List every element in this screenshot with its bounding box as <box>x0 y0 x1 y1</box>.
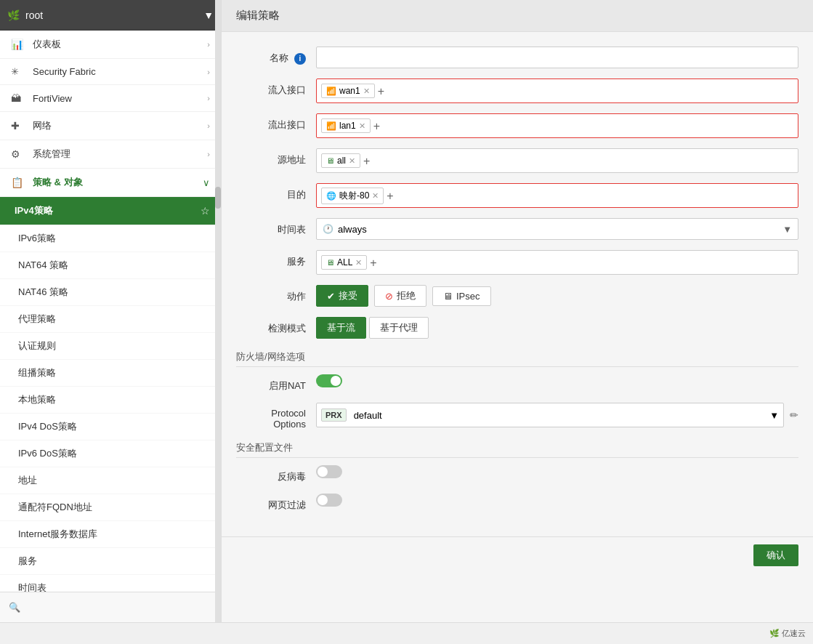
outbound-tag[interactable]: 📶 lan1 ✕ <box>321 118 371 133</box>
sidebar-item-security-fabric[interactable]: ✳ Security Fabric › <box>0 59 221 85</box>
chevron-right-icon: › <box>207 40 210 49</box>
add-service-button[interactable]: + <box>370 257 376 270</box>
sidebar-item-label: 策略 & 对象 <box>33 176 203 189</box>
chevron-right-icon: › <box>207 150 210 158</box>
schedule-select[interactable]: 🕐 always ▼ <box>316 218 798 240</box>
chevron-right-icon: › <box>207 121 210 130</box>
accept-button[interactable]: ✔ 接受 <box>316 285 368 307</box>
protocol-select-box[interactable]: PRX default ▼ <box>316 403 784 427</box>
search-input[interactable] <box>25 602 212 613</box>
sidebar-sub-label: Internet服务数据库 <box>18 528 97 541</box>
sidebar-header[interactable]: 🌿 root ▼ <box>0 0 221 31</box>
source-tag-box[interactable]: 🖥 all ✕ + <box>316 148 798 173</box>
service-field: 🖥 ALL ✕ + <box>316 250 798 275</box>
inbound-tag[interactable]: 📶 wan1 ✕ <box>321 84 375 98</box>
tag-close-icon[interactable]: ✕ <box>359 121 365 131</box>
dest-tag[interactable]: 🌐 映射-80 ✕ <box>321 188 384 204</box>
ipsec-icon: 🖥 <box>443 291 453 302</box>
sidebar-sub-label: 地址 <box>18 474 37 487</box>
confirm-button[interactable]: 确认 <box>753 544 798 566</box>
sidebar-sub-ipv4-policy[interactable]: IPv4策略 ☆ <box>0 197 221 225</box>
sidebar-item-fortiview[interactable]: 🏔 FortiView › <box>0 85 221 112</box>
service-icon: 🖥 <box>326 258 334 267</box>
name-input[interactable] <box>316 47 798 68</box>
sidebar-item-system[interactable]: ⚙ 系统管理 › <box>0 140 221 169</box>
add-source-button[interactable]: + <box>363 155 370 168</box>
sidebar-sub-auth-rules[interactable]: 认证规则 <box>0 333 221 360</box>
sidebar-sub-address[interactable]: 地址 <box>0 467 221 494</box>
add-inbound-button[interactable]: + <box>378 85 384 98</box>
antivirus-toggle[interactable] <box>316 465 342 478</box>
add-outbound-button[interactable]: + <box>373 120 380 133</box>
sidebar-sub-label: IPv6 DoS策略 <box>18 447 77 460</box>
sidebar-sub-service[interactable]: 服务 <box>0 548 221 575</box>
webfilter-row: 网页过滤 <box>236 494 798 512</box>
tag-close-icon[interactable]: ✕ <box>349 156 355 166</box>
inbound-row: 流入接口 📶 wan1 ✕ + <box>236 79 798 103</box>
sidebar-sub-ipv6-dos[interactable]: IPv6 DoS策略 <box>0 440 221 467</box>
source-tag[interactable]: 🖥 all ✕ <box>321 153 360 168</box>
detect-mode-label: 检测模式 <box>236 317 316 335</box>
sidebar-sub-local-policy[interactable]: 本地策略 <box>0 387 221 414</box>
webfilter-label: 网页过滤 <box>236 494 316 512</box>
status-bar: 🌿 亿速云 <box>0 622 813 644</box>
sidebar-sub-schedule[interactable]: 时间表 <box>0 575 221 592</box>
service-row: 服务 🖥 ALL ✕ + <box>236 250 798 275</box>
webfilter-toggle[interactable] <box>316 494 342 507</box>
bottom-bar: 确认 <box>222 536 813 573</box>
interface-icon: 📶 <box>326 86 336 96</box>
sidebar-sub-fqdn[interactable]: 通配符FQDN地址 <box>0 494 221 521</box>
sidebar-sub-ipv4-dos[interactable]: IPv4 DoS策略 <box>0 414 221 440</box>
sidebar-item-label: 网络 <box>33 119 207 132</box>
protocol-label: Protocol Options <box>236 403 316 430</box>
sidebar-sub-label: IPv4 DoS策略 <box>18 420 77 433</box>
outbound-label: 流出接口 <box>236 113 316 132</box>
edit-icon[interactable]: ✏ <box>790 409 798 421</box>
sidebar-sub-ipv6-policy[interactable]: IPv6策略 <box>0 225 221 252</box>
add-dest-button[interactable]: + <box>387 190 393 203</box>
inbound-tag-box[interactable]: 📶 wan1 ✕ + <box>316 79 798 103</box>
service-label: 服务 <box>236 250 316 268</box>
sidebar-scrollbar[interactable] <box>215 0 221 622</box>
source-field: 🖥 all ✕ + <box>316 148 798 173</box>
sidebar-sub-nat64-policy[interactable]: NAT64 策略 <box>0 252 221 279</box>
action-buttons: ✔ 接受 ⊘ 拒绝 🖥 IPsec <box>316 285 798 307</box>
nat-label: 启用NAT <box>236 374 316 393</box>
tag-close-icon[interactable]: ✕ <box>355 258 362 267</box>
sidebar-item-label: 系统管理 <box>33 148 207 161</box>
brand-logo: 🌿 亿速云 <box>769 628 806 639</box>
schedule-row: 时间表 🕐 always ▼ <box>236 218 798 240</box>
sidebar-sub-proxy-policy[interactable]: 代理策略 <box>0 306 221 333</box>
service-tag-box[interactable]: 🖥 ALL ✕ + <box>316 250 798 275</box>
sidebar-sub-multicast[interactable]: 组播策略 <box>0 360 221 387</box>
info-icon[interactable]: i <box>294 53 306 65</box>
sidebar-item-network[interactable]: ✚ 网络 › <box>0 112 221 140</box>
root-icon: 🌿 <box>7 9 20 21</box>
reject-button[interactable]: ⊘ 拒绝 <box>374 285 426 307</box>
service-tag[interactable]: 🖥 ALL ✕ <box>321 255 367 270</box>
dest-tag-box[interactable]: 🌐 映射-80 ✕ + <box>316 183 798 208</box>
content-area: 编辑策略 名称 i 流入接口 <box>222 0 813 622</box>
sidebar-sub-label: 时间表 <box>18 581 46 592</box>
sidebar-item-dashboard[interactable]: 📊 仪表板 › <box>0 31 221 59</box>
sidebar-sub-label: 代理策略 <box>18 313 56 326</box>
ipsec-button[interactable]: 🖥 IPsec <box>432 286 491 306</box>
nat-toggle[interactable] <box>316 374 342 387</box>
tag-close-icon[interactable]: ✕ <box>372 191 379 201</box>
sidebar-sub-internet-service[interactable]: Internet服务数据库 <box>0 521 221 548</box>
nat-row: 启用NAT <box>236 374 798 393</box>
antivirus-row: 反病毒 <box>236 465 798 483</box>
sidebar-sub-nat46-policy[interactable]: NAT46 策略 <box>0 279 221 306</box>
detect-mode-row: 检测模式 基于流 基于代理 <box>236 317 798 339</box>
outbound-tag-box[interactable]: 📶 lan1 ✕ + <box>316 113 798 138</box>
flow-mode-button[interactable]: 基于流 <box>316 317 366 339</box>
webfilter-field <box>316 494 798 509</box>
sidebar-sub-label: IPv4策略 <box>15 204 201 217</box>
proxy-mode-button[interactable]: 基于代理 <box>369 317 429 339</box>
sidebar-item-policy-objects[interactable]: 📋 策略 & 对象 ∨ <box>0 169 221 197</box>
star-icon[interactable]: ☆ <box>201 205 210 217</box>
sidebar-sub-label: NAT46 策略 <box>18 286 68 299</box>
tag-close-icon[interactable]: ✕ <box>363 86 370 96</box>
sidebar-dropdown-arrow[interactable]: ▼ <box>203 9 214 21</box>
dest-icon: 🌐 <box>326 191 336 201</box>
